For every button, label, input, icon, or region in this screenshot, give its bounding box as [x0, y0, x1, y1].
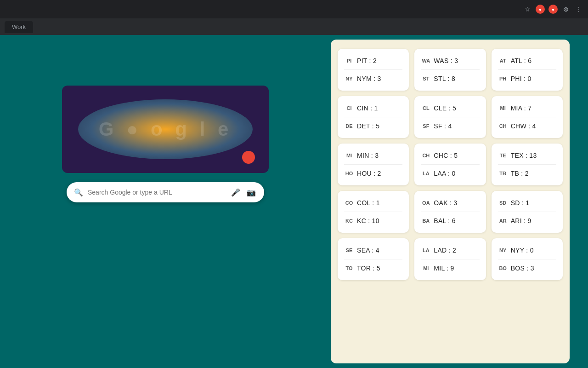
score-text-team1: MIA : 7 — [511, 104, 532, 112]
score-divider — [498, 117, 556, 117]
score-text-team2: BAL : 6 — [434, 217, 456, 224]
score-divider — [344, 117, 402, 117]
team-logo: CH — [498, 121, 508, 131]
score-divider — [344, 164, 402, 165]
score-divider — [498, 259, 556, 259]
score-row-team2: BABAL : 6 — [421, 214, 479, 227]
team-logo: WA — [421, 56, 431, 66]
main-content: G ● o g l e 🔍 🎤 📷 PIPIT : 2NYNYM : 3WAWA… — [0, 35, 588, 368]
score-text-team2: NYM : 3 — [357, 75, 381, 82]
team-logo: TO — [344, 263, 354, 273]
score-card: OAOAK : 3BABAL : 6 — [414, 191, 486, 233]
score-row-team1: OAOAK : 3 — [421, 196, 479, 209]
score-card: PIPIT : 2NYNYM : 3 — [338, 49, 409, 91]
score-text-team2: ARI : 9 — [511, 217, 531, 224]
score-text-team1: CHC : 5 — [434, 152, 458, 159]
score-row-team2: LALAA : 0 — [421, 167, 479, 180]
score-row-team1: WAWAS : 3 — [421, 54, 479, 67]
team-logo: NY — [344, 74, 354, 84]
team-logo: LA — [421, 168, 431, 178]
score-row-team2: DEDET : 5 — [344, 120, 402, 132]
tab-bar: Work — [0, 18, 588, 35]
score-card: CICIN : 1DEDET : 5 — [338, 96, 409, 138]
score-text-team1: NYY : 0 — [511, 247, 534, 254]
team-logo: MI — [421, 263, 431, 273]
score-text-team1: PIT : 2 — [357, 57, 377, 64]
score-row-team1: CICIN : 1 — [344, 102, 402, 115]
score-card: LALAD : 2MIMIL : 9 — [414, 238, 486, 280]
score-row-team1: PIPIT : 2 — [344, 54, 402, 67]
team-logo: DE — [344, 121, 354, 131]
score-divider — [344, 69, 402, 70]
score-divider — [421, 164, 479, 165]
score-divider — [421, 259, 479, 259]
score-text-team2: PHI : 0 — [511, 75, 531, 82]
score-row-team1: MIMIA : 7 — [498, 102, 556, 115]
doodle-image: G ● o g l e — [78, 99, 253, 159]
score-text-team2: TB : 2 — [511, 170, 529, 177]
microphone-icon[interactable]: 🎤 — [230, 187, 241, 198]
camera-icon[interactable]: 📷 — [246, 187, 257, 198]
score-text-team1: SEA : 4 — [357, 247, 379, 254]
doodle-letters: G ● o g l e — [99, 118, 232, 140]
score-text-team1: MIN : 3 — [357, 152, 379, 159]
score-text-team1: LAD : 2 — [434, 247, 456, 254]
score-row-team1: LALAD : 2 — [421, 244, 479, 257]
score-row-team2: SFSF : 4 — [421, 120, 479, 132]
score-card: SDSD : 1ARARI : 9 — [492, 191, 563, 233]
score-divider — [498, 69, 556, 70]
score-text-team2: SF : 4 — [434, 122, 452, 130]
extension-icon-2[interactable]: ● — [548, 5, 558, 14]
scores-grid: PIPIT : 2NYNYM : 3WAWAS : 3STSTL : 8ATAT… — [338, 49, 563, 280]
score-divider — [421, 69, 479, 70]
team-logo: SF — [421, 121, 431, 131]
team-logo: SD — [498, 198, 508, 208]
menu-icon[interactable]: ⋮ — [574, 5, 583, 14]
bookmark-icon[interactable]: ☆ — [523, 5, 532, 14]
extension-icon-1[interactable]: ● — [536, 5, 545, 14]
score-row-team2: STSTL : 8 — [421, 72, 479, 85]
score-row-team1: MIMIN : 3 — [344, 149, 402, 162]
score-row-team1: SDSD : 1 — [498, 196, 556, 209]
score-text-team2: TOR : 5 — [357, 264, 380, 272]
score-row-team2: ARARI : 9 — [498, 214, 556, 227]
score-card: SESEA : 4TOTOR : 5 — [338, 238, 409, 280]
score-text-team1: OAK : 3 — [434, 199, 457, 207]
score-text-team2: MIL : 9 — [434, 264, 454, 272]
score-card: MIMIA : 7CHCHW : 4 — [492, 96, 563, 138]
team-logo: PH — [498, 74, 508, 84]
scores-panel: PIPIT : 2NYNYM : 3WAWAS : 3STSTL : 8ATAT… — [331, 40, 570, 363]
team-logo: TB — [498, 168, 508, 178]
google-homepage: G ● o g l e 🔍 🎤 📷 — [0, 35, 331, 368]
score-text-team1: ATL : 6 — [511, 57, 532, 64]
score-card: CLCLE : 5SFSF : 4 — [414, 96, 486, 138]
score-row-team1: CLCLE : 5 — [421, 102, 479, 115]
search-icon: 🔍 — [74, 188, 83, 197]
team-logo: AT — [498, 56, 508, 66]
tab-work[interactable]: Work — [5, 21, 33, 33]
search-input[interactable] — [88, 189, 226, 196]
score-row-team1: NYNYY : 0 — [498, 244, 556, 257]
score-text-team2: STL : 8 — [434, 75, 455, 82]
score-card: WAWAS : 3STSTL : 8 — [414, 49, 486, 91]
score-row-team2: MIMIL : 9 — [421, 262, 479, 275]
score-card: MIMIN : 3HOHOU : 2 — [338, 144, 409, 185]
score-row-team2: HOHOU : 2 — [344, 167, 402, 180]
team-logo: PI — [344, 56, 354, 66]
score-card: COCOL : 1KCKC : 10 — [338, 191, 409, 233]
score-text-team1: CIN : 1 — [357, 104, 378, 112]
score-row-team2: BOBOS : 3 — [498, 262, 556, 275]
score-divider — [344, 259, 402, 259]
team-logo: LA — [421, 245, 431, 255]
profile-icon[interactable]: ⊗ — [561, 5, 571, 14]
team-logo: HO — [344, 168, 354, 178]
score-card: ATATL : 6PHPHI : 0 — [492, 49, 563, 91]
chrome-toolbar: ☆ ● ● ⊗ ⋮ — [0, 0, 588, 18]
team-logo: AR — [498, 216, 508, 226]
team-logo: NY — [498, 245, 508, 255]
team-logo: CO — [344, 198, 354, 208]
score-text-team1: COL : 1 — [357, 199, 380, 207]
search-bar[interactable]: 🔍 🎤 📷 — [67, 182, 264, 202]
score-card: CHCHC : 5LALAA : 0 — [414, 144, 486, 185]
team-logo: CI — [344, 103, 354, 113]
